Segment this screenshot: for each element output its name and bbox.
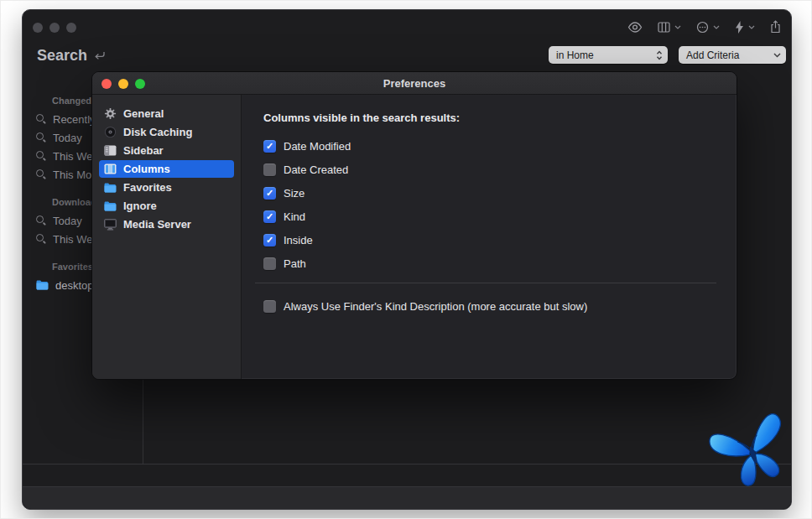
display-icon (103, 219, 117, 231)
option-path: Path (263, 252, 716, 275)
checkbox[interactable] (263, 187, 276, 200)
chevron-down-icon (674, 25, 681, 29)
checkbox[interactable] (263, 210, 276, 223)
search-icon (36, 114, 46, 124)
option-date-modified: Date Modified (263, 134, 716, 158)
option-inside: Inside (263, 228, 716, 252)
screenshot-root: Search in Home Add Criteria Changed Rece… (0, 0, 812, 519)
search-icon (36, 151, 46, 161)
folder-icon (36, 280, 49, 290)
add-criteria-value: Add Criteria (686, 49, 739, 61)
page-title: Search (37, 47, 106, 65)
option-label: Inside (284, 234, 313, 247)
share-icon (770, 20, 781, 34)
minimize-button[interactable] (118, 79, 128, 89)
toolbar (627, 20, 781, 34)
preferences-titlebar[interactable]: Preferences (92, 72, 737, 95)
chevron-down-icon (748, 25, 755, 29)
nav-item-label: Ignore (123, 200, 157, 212)
search-icon (36, 132, 46, 143)
columns-icon (103, 163, 117, 174)
option-label: Date Created (284, 163, 348, 176)
updown-chevrons-icon (656, 50, 663, 60)
close-button[interactable] (33, 23, 43, 33)
window-controls (102, 79, 145, 89)
folder-icon (103, 183, 117, 193)
pane-divider (255, 283, 716, 283)
preferences-title: Preferences (383, 77, 445, 90)
option-label: Always Use Finder's Kind Description (mo… (284, 300, 587, 313)
nav-item-label: Columns (123, 163, 170, 175)
status-divider (23, 464, 791, 465)
sidebar-item-label: Today (53, 132, 82, 144)
eye-icon[interactable] (627, 22, 643, 33)
page-title-label: Search (37, 47, 87, 65)
status-bar (23, 486, 791, 509)
minimize-button[interactable] (49, 23, 60, 33)
nav-item-label: Favorites (123, 181, 172, 194)
butterfly-logo (709, 412, 796, 494)
nav-item-sidebar[interactable]: Sidebar (99, 142, 234, 159)
columns-pane: Columns visible in the search results: D… (242, 95, 737, 380)
search-icon (36, 169, 46, 179)
option-date-created: Date Created (263, 158, 716, 181)
sidebar-item-label: desktop (55, 279, 94, 292)
nav-item-ignore[interactable]: Ignore (99, 197, 234, 215)
checkbox[interactable] (263, 257, 276, 270)
ellipsis-circle-icon (696, 21, 709, 34)
zoom-button[interactable] (66, 23, 76, 33)
window-controls (33, 23, 76, 33)
chevron-down-icon (773, 53, 781, 58)
search-icon (36, 234, 46, 244)
pane-heading: Columns visible in the search results: (263, 112, 716, 124)
option-size: Size (263, 181, 716, 205)
preferences-window: Preferences General (91, 71, 737, 380)
nav-item-label: Disk Caching (123, 126, 192, 138)
zoom-button[interactable] (135, 79, 145, 89)
option-finder-kind: Always Use Finder's Kind Description (mo… (263, 294, 716, 318)
add-criteria-popup[interactable]: Add Criteria (679, 46, 786, 64)
share-button[interactable] (770, 20, 781, 34)
return-arrow-icon (94, 51, 106, 60)
scope-popup[interactable]: in Home (549, 46, 668, 64)
folder-icon (103, 201, 117, 211)
nav-item-label: Media Server (123, 218, 191, 231)
columns-view-button[interactable] (658, 22, 681, 33)
nav-item-columns[interactable]: Columns (99, 160, 234, 178)
search-icon (36, 215, 46, 226)
ellipsis-circle-button[interactable] (696, 21, 720, 34)
checkbox[interactable] (263, 140, 276, 153)
option-kind: Kind (263, 205, 716, 228)
general-icon (103, 107, 117, 120)
sidebar-item-label: Recently (53, 113, 96, 126)
chevron-down-icon (713, 25, 720, 29)
preferences-body: General Disk Caching (92, 95, 737, 380)
nav-item-label: General (123, 107, 164, 120)
actions-button[interactable] (735, 21, 755, 34)
scope-popup-value: in Home (556, 49, 594, 61)
option-label: Size (284, 187, 304, 200)
sidebar-layout-icon (103, 145, 117, 156)
checkbox[interactable] (263, 300, 276, 313)
option-label: Path (284, 257, 306, 270)
option-label: Kind (284, 210, 305, 223)
checkbox[interactable] (263, 163, 276, 176)
nav-item-label: Sidebar (123, 144, 164, 157)
preferences-nav: General Disk Caching (92, 95, 242, 380)
close-button[interactable] (102, 79, 112, 89)
checkbox[interactable] (263, 234, 276, 247)
columns-view-icon (658, 22, 670, 33)
nav-item-disk-caching[interactable]: Disk Caching (99, 123, 234, 141)
disk-icon (103, 126, 117, 138)
option-label: Date Modified (284, 140, 351, 153)
sidebar-item-label: Today (53, 215, 82, 227)
lightning-icon (735, 21, 744, 34)
nav-item-media-server[interactable]: Media Server (99, 215, 234, 233)
nav-item-favorites[interactable]: Favorites (99, 179, 234, 196)
nav-item-general[interactable]: General (99, 105, 234, 122)
